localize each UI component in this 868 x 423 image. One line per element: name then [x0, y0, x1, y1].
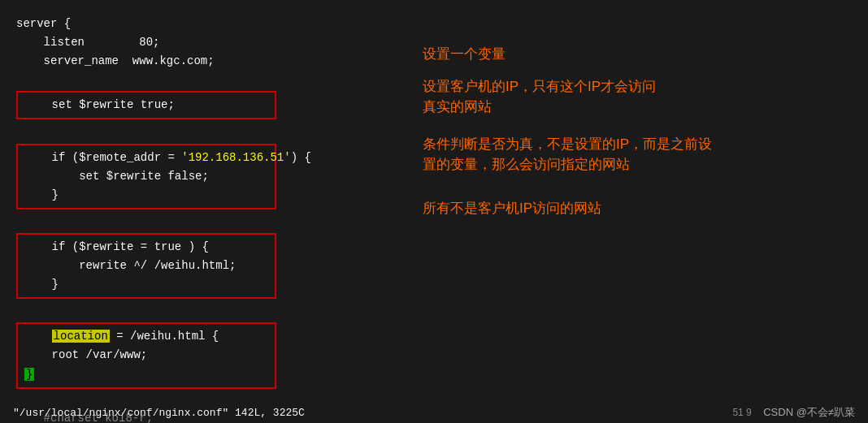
branding-text: CSDN @不会≠趴菜	[763, 406, 855, 418]
ip-string: '192.168.136.51'	[181, 151, 290, 164]
code-line-if-rewrite-3: }	[24, 275, 268, 294]
code-line-location-3: }	[24, 365, 268, 384]
location-keyword: location	[52, 330, 110, 343]
code-line-if-remote-2: set $rewrite false;	[24, 167, 268, 186]
annotations-panel: 设置一个变量 设置客户机的IP，只有这个IP才会访问 真实的网站 条件判断是否为…	[423, 15, 852, 415]
code-panel: server { listen 80; server_name www.kgc.…	[16, 15, 406, 415]
code-line-blank4	[16, 300, 406, 319]
annotation-non-client: 所有不是客户机IP访问的网站	[423, 198, 852, 219]
code-line-location-1: location = /weihu.html {	[24, 327, 268, 346]
code-line-set-rewrite: set $rewrite true;	[24, 96, 268, 114]
code-line-blank3	[16, 211, 406, 230]
code-line-server-open: server {	[16, 15, 406, 33]
code-box-if-rewrite: if ($rewrite = true ) { rewrite ^/ /weih…	[16, 233, 276, 299]
code-line-blank1	[16, 71, 406, 89]
annotation-client-ip: 设置客户机的IP，只有这个IP才会访问 真实的网站	[423, 76, 852, 118]
code-line-if-rewrite-2: rewrite ^/ /weihu.html;	[24, 257, 268, 275]
closing-brace: }	[24, 368, 34, 381]
main-container: server { listen 80; server_name www.kgc.…	[0, 0, 868, 423]
code-box-location: location = /weihu.html { root /var/www; …	[16, 322, 276, 388]
code-box-set-rewrite: set $rewrite true;	[16, 91, 276, 119]
code-line-location-2: root /var/www;	[24, 346, 268, 365]
code-line-if-rewrite-1: if ($rewrite = true ) {	[24, 238, 268, 257]
annotation-condition: 条件判断是否为真，不是设置的IP，而是之前设 置的变量，那么会访问指定的网站	[423, 134, 852, 175]
annotation-set-variable: 设置一个变量	[423, 44, 852, 65]
bottom-bar: "/usr/local/nginx/conf/nginx.conf" 142L,…	[0, 402, 868, 423]
page-number: 51 9	[732, 407, 751, 418]
status-line: "/usr/local/nginx/conf/nginx.conf" 142L,…	[13, 407, 305, 419]
code-line-if-remote-3: }	[24, 186, 268, 205]
code-line-server-name: server_name www.kgc.com;	[16, 52, 406, 71]
code-line-blank2	[16, 121, 406, 140]
code-line-if-remote-1: if ($remote_addr = '192.168.136.51') {	[24, 149, 268, 167]
bottom-right: 51 9 CSDN @不会≠趴菜	[732, 405, 855, 420]
code-line-listen: listen 80;	[16, 33, 406, 52]
code-box-if-remote: if ($remote_addr = '192.168.136.51') { s…	[16, 144, 276, 209]
